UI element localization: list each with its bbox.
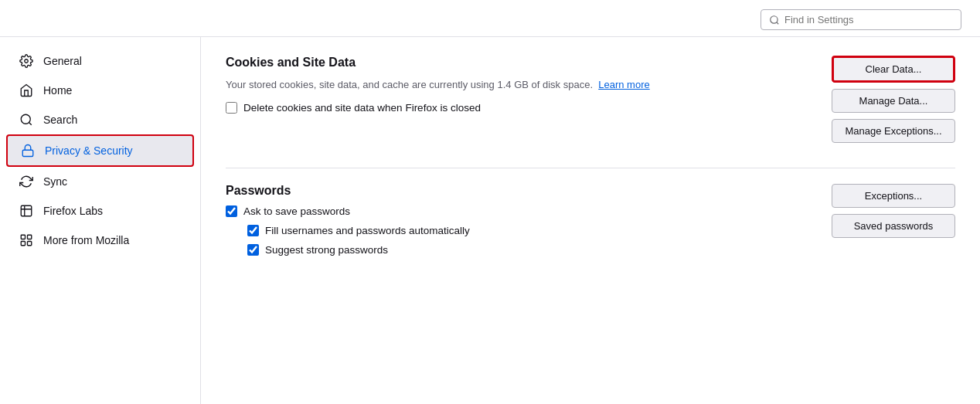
passwords-section-left: Passwords Ask to save passwords Fill use… <box>226 184 819 263</box>
lock-icon <box>20 143 36 158</box>
sidebar-item-sync[interactable]: Sync <box>6 167 194 196</box>
sidebar-item-home[interactable]: Home <box>6 76 194 105</box>
svg-rect-6 <box>21 235 25 239</box>
cookies-section-left: Cookies and Site Data Your stored cookie… <box>226 56 819 121</box>
sidebar-sync-label: Sync <box>43 175 67 188</box>
svg-rect-7 <box>28 235 32 239</box>
cookies-desc-text: Your stored cookies, site data, and cach… <box>226 79 593 90</box>
sidebar-item-more-mozilla[interactable]: More from Mozilla <box>6 226 194 255</box>
sidebar-labs-label: Firefox Labs <box>43 205 103 217</box>
svg-line-4 <box>29 122 31 124</box>
exceptions-button[interactable]: Exceptions... <box>832 184 955 208</box>
search-box <box>761 9 961 30</box>
passwords-section-row: Passwords Ask to save passwords Fill use… <box>226 184 955 263</box>
home-icon <box>19 83 34 98</box>
svg-point-3 <box>21 114 30 124</box>
delete-cookies-row: Delete cookies and site data when Firefo… <box>226 102 819 114</box>
cookies-section-buttons: Clear Data... Manage Data... Manage Exce… <box>832 56 955 143</box>
manage-exceptions-button[interactable]: Manage Exceptions... <box>832 119 955 143</box>
suggest-strong-label[interactable]: Suggest strong passwords <box>265 244 388 256</box>
passwords-section-buttons: Exceptions... Saved passwords <box>832 184 955 238</box>
sidebar-home-label: Home <box>43 84 72 97</box>
sidebar-privacy-label: Privacy & Security <box>45 144 133 157</box>
svg-point-0 <box>771 15 778 22</box>
sidebar-item-privacy[interactable]: Privacy & Security <box>6 134 194 167</box>
fill-auto-row: Fill usernames and passwords automatical… <box>247 225 819 236</box>
ask-save-row: Ask to save passwords <box>226 205 819 217</box>
main-layout: General Home Search <box>0 37 980 404</box>
cookies-section-row: Cookies and Site Data Your stored cookie… <box>226 56 955 143</box>
sidebar-mozilla-label: More from Mozilla <box>43 234 129 246</box>
svg-rect-8 <box>21 242 25 246</box>
top-bar <box>0 0 980 37</box>
labs-icon <box>19 203 34 219</box>
svg-line-1 <box>777 22 779 24</box>
search-nav-icon <box>19 112 34 127</box>
learn-more-link[interactable]: Learn more <box>598 79 649 90</box>
suggest-strong-row: Suggest strong passwords <box>247 244 819 256</box>
passwords-section: Passwords Ask to save passwords Fill use… <box>226 184 955 263</box>
ask-save-label[interactable]: Ask to save passwords <box>243 205 350 217</box>
manage-data-button[interactable]: Manage Data... <box>832 89 955 113</box>
sidebar-search-label: Search <box>43 114 77 126</box>
svg-rect-5 <box>22 150 33 156</box>
section-divider <box>226 168 955 168</box>
fill-auto-label[interactable]: Fill usernames and passwords automatical… <box>265 225 470 236</box>
passwords-section-title: Passwords <box>226 184 819 198</box>
gear-icon <box>19 53 34 69</box>
sidebar-item-general[interactable]: General <box>6 46 194 76</box>
ask-save-checkbox[interactable] <box>226 205 237 217</box>
sidebar-general-label: General <box>43 55 82 67</box>
sync-icon <box>19 174 34 189</box>
find-in-settings-input[interactable] <box>784 14 953 25</box>
cookies-section: Cookies and Site Data Your stored cookie… <box>226 56 955 143</box>
clear-data-button[interactable]: Clear Data... <box>832 56 955 83</box>
sidebar: General Home Search <box>0 37 201 404</box>
suggest-strong-checkbox[interactable] <box>247 244 259 256</box>
mozilla-icon <box>19 233 34 248</box>
content-area: Cookies and Site Data Your stored cookie… <box>201 37 980 404</box>
search-icon <box>769 15 780 25</box>
cookies-section-desc: Your stored cookies, site data, and cach… <box>226 77 658 93</box>
svg-rect-9 <box>28 242 32 246</box>
fill-auto-checkbox[interactable] <box>247 225 259 236</box>
sidebar-item-firefox-labs[interactable]: Firefox Labs <box>6 196 194 226</box>
delete-cookies-label[interactable]: Delete cookies and site data when Firefo… <box>243 102 481 114</box>
saved-passwords-button[interactable]: Saved passwords <box>832 214 955 238</box>
svg-point-2 <box>25 59 29 63</box>
delete-cookies-checkbox[interactable] <box>226 102 237 114</box>
sidebar-item-search[interactable]: Search <box>6 105 194 134</box>
cookies-section-title: Cookies and Site Data <box>226 56 819 70</box>
